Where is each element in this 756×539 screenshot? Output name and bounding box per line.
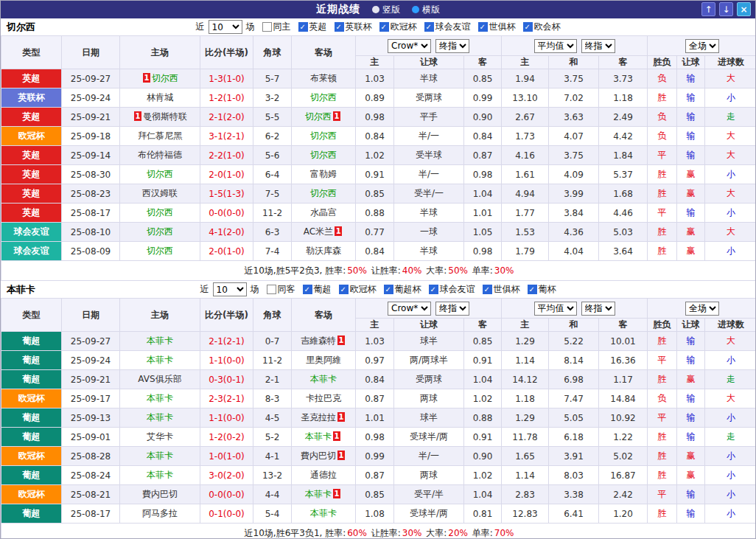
home-team-cell: 切尔西: [120, 204, 200, 223]
away-team-cell: 切尔西: [292, 88, 356, 108]
league-filter-checkbox-5[interactable]: 欧会杯: [523, 21, 561, 33]
scroll-up-button[interactable]: ↑: [701, 2, 715, 16]
league-badge: 英超: [1, 108, 62, 127]
score-cell: 2-1(2-0): [200, 108, 253, 127]
match-count-select[interactable]: 10: [209, 20, 242, 34]
euro-home-odds-cell: 1.77: [502, 204, 549, 223]
result-wdl-cell: 平: [648, 408, 677, 428]
euro-odds-source-select[interactable]: 平均值: [534, 302, 577, 316]
league-filter-checkbox-2[interactable]: 葡超杯: [384, 283, 421, 296]
asian-odds-source-select[interactable]: Crow*: [388, 302, 431, 316]
euro-draw-odds-cell: 4.09: [549, 165, 599, 184]
checkbox-icon: [262, 22, 272, 32]
checkbox-icon: [483, 285, 492, 294]
red-card-badge: 1: [333, 431, 340, 441]
same-venue-checkbox[interactable]: 同主: [262, 21, 291, 33]
team-name: 阿马多拉: [142, 508, 178, 518]
titlebar-buttons: ↑ ↓ ×: [701, 2, 751, 16]
asian-home-odds-cell: 0.84: [356, 370, 394, 389]
team-name: 切尔西: [305, 111, 332, 122]
date-cell: 25-09-24: [62, 88, 120, 108]
team-name: 林肯城: [147, 92, 173, 102]
result-wdl-cell: 负: [648, 389, 677, 408]
league-filter-checkbox-2[interactable]: 欧冠杯: [379, 21, 417, 33]
corners-cell: 5-5: [253, 108, 292, 127]
column-header: 客场: [292, 299, 356, 332]
asian-away-odds-cell: 0.99: [464, 88, 502, 108]
result-goals-cell: 小: [705, 504, 756, 524]
result-handicap-cell: 输: [677, 504, 705, 524]
column-subheader: 进球数: [705, 56, 756, 69]
asian-home-odds-cell: 0.99: [356, 447, 394, 466]
column-subheader: 主: [356, 319, 394, 332]
layout-radio-horizontal[interactable]: 横版: [412, 4, 440, 16]
away-team-cell: 切尔西: [292, 184, 356, 204]
euro-home-odds-cell: 1.61: [502, 165, 549, 184]
match-row: 葡超25-08-17阿马多拉0-1(0-0)5-4本菲卡1.08受球半/两0.8…: [1, 504, 756, 524]
euro-draw-odds-cell: 3.99: [549, 184, 599, 204]
euro-draw-odds-cell: 6.98: [549, 370, 599, 389]
league-filter-checkbox-0[interactable]: 葡超: [303, 283, 332, 296]
checkbox-icon: [528, 285, 537, 294]
league-filter-checkbox-0[interactable]: 英超: [298, 21, 327, 33]
match-row: 英超25-09-271切尔西1-3(1-0)5-7布莱顿1.03半球0.851.…: [1, 69, 756, 88]
date-cell: 25-09-21: [62, 108, 120, 127]
layout-radio-vertical[interactable]: 竖版: [372, 4, 400, 16]
result-goals-cell: 小: [705, 466, 756, 485]
games-label: 场: [251, 283, 259, 296]
league-filter-checkbox-3[interactable]: 球会友谊: [429, 283, 475, 296]
checkbox-label: 葡超: [314, 283, 332, 296]
asian-home-odds-cell: 1.03: [356, 69, 394, 88]
asian-away-odds-cell: 0.91: [464, 428, 502, 447]
date-cell: 25-08-09: [62, 242, 120, 261]
date-cell: 25-09-14: [62, 146, 120, 165]
euro-draw-odds-cell: 4.07: [549, 127, 599, 146]
away-team-cell: 布莱顿: [292, 69, 356, 88]
score-cell: 1-5(1-3): [200, 184, 253, 204]
asian-odds-stage-select[interactable]: 终指: [435, 302, 469, 316]
team-name: 圣克拉拉: [301, 412, 336, 422]
team-name: 布伦特福德: [138, 150, 182, 160]
checkbox-icon: [379, 22, 389, 32]
score-cell: 1-1(0-0): [200, 408, 253, 428]
asian-odds-stage-select[interactable]: 终指: [435, 39, 469, 53]
euro-odds-stage-select[interactable]: 终指: [581, 302, 615, 316]
result-goals-cell: 小: [705, 204, 756, 223]
league-filter-checkbox-4[interactable]: 世俱杯: [478, 21, 516, 33]
header-select-cell: Crow*终指: [356, 299, 502, 319]
league-filter-checkbox-3[interactable]: 球会友谊: [424, 21, 471, 33]
result-wdl-cell: 胜: [648, 184, 677, 204]
away-team-cell: 卡拉巴克: [292, 389, 356, 408]
radio-vertical-label: 竖版: [382, 4, 400, 16]
same-venue-checkbox[interactable]: 同客: [267, 283, 295, 296]
result-goals-cell: 走: [705, 370, 756, 389]
euro-odds-source-select[interactable]: 平均值: [534, 39, 577, 53]
league-filter-checkbox-1[interactable]: 英联杯: [335, 21, 372, 33]
asian-odds-source-select[interactable]: Crow*: [388, 39, 431, 53]
scroll-down-button[interactable]: ↓: [719, 2, 733, 16]
result-goals-cell: 小: [705, 408, 756, 428]
league-badge: 欧冠杯: [1, 127, 62, 146]
asian-away-odds-cell: 0.90: [464, 447, 502, 466]
close-button[interactable]: ×: [737, 2, 751, 16]
league-filter-checkbox-4[interactable]: 世俱杯: [483, 283, 520, 296]
result-scope-select[interactable]: 全场: [685, 302, 719, 316]
checkbox-label: 世俱杯: [489, 21, 516, 33]
team-name: 費内巴切: [142, 489, 178, 499]
match-count-select[interactable]: 10: [213, 282, 247, 296]
euro-away-odds-cell: 14.84: [599, 389, 648, 408]
summary-segment: 40%: [402, 265, 422, 276]
result-handicap-cell: 输: [677, 88, 705, 108]
team-name: 曼彻斯特联: [143, 111, 187, 122]
euro-odds-stage-select[interactable]: 终指: [581, 39, 615, 53]
team-section-title: 切尔西: [7, 21, 35, 34]
league-filter-checkbox-5[interactable]: 葡杯: [528, 283, 556, 296]
corners-cell: 0-7: [253, 332, 292, 351]
home-team-cell: 林肯城: [120, 88, 200, 108]
league-filter-checkbox-1[interactable]: 欧冠杯: [339, 283, 377, 296]
team-name: 切尔西: [152, 73, 178, 83]
summary-segment: 近10场,胜6平3负1, 胜率:: [245, 528, 346, 538]
team-name: 切尔西: [147, 207, 173, 218]
column-header: 日期: [62, 299, 120, 332]
result-scope-select[interactable]: 全场: [685, 39, 719, 53]
